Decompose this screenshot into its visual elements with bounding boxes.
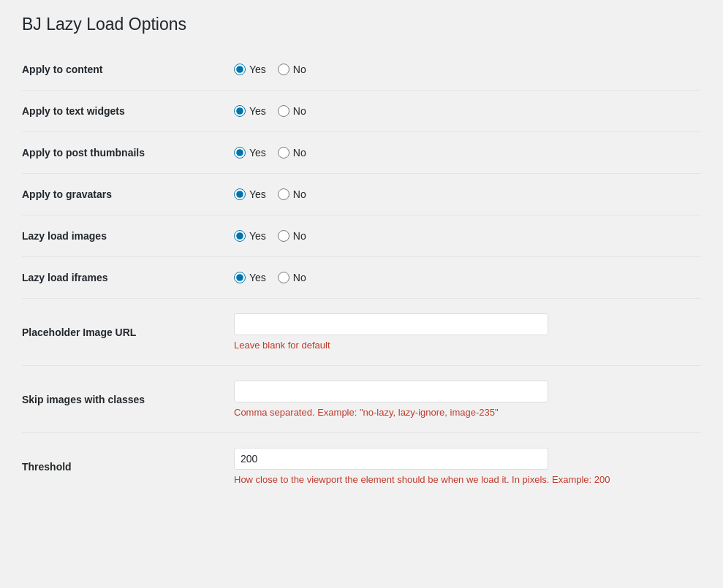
help-text-placeholder-image-url: Leave blank for default (234, 340, 694, 351)
radio-label-apply-to-gravatars-no[interactable]: No (278, 188, 306, 200)
option-row-threshold: ThresholdHow close to the viewport the e… (22, 433, 701, 500)
option-control-apply-to-gravatars: YesNo (227, 174, 701, 215)
option-control-lazy-load-images: YesNo (227, 215, 701, 257)
option-row-apply-to-post-thumbnails: Apply to post thumbnailsYesNo (22, 132, 701, 174)
help-text-skip-images-with-classes: Comma separated. Example: "no-lazy, lazy… (234, 407, 694, 418)
radio-option-text-no: No (293, 188, 306, 200)
radio-input-apply-to-post-thumbnails-no[interactable] (278, 147, 289, 159)
radio-option-text-yes: Yes (249, 188, 266, 200)
option-label-placeholder-image-url: Placeholder Image URL (22, 299, 227, 366)
radio-label-apply-to-content-yes[interactable]: Yes (234, 64, 266, 75)
radio-option-text-yes: Yes (249, 230, 266, 242)
option-row-placeholder-image-url: Placeholder Image URLLeave blank for def… (22, 299, 701, 366)
radio-input-apply-to-gravatars-no[interactable] (278, 188, 289, 200)
radio-option-text-no: No (293, 105, 306, 117)
option-label-lazy-load-iframes: Lazy load iframes (22, 257, 227, 299)
radio-label-lazy-load-iframes-yes[interactable]: Yes (234, 272, 266, 283)
option-row-apply-to-content: Apply to contentYesNo (22, 49, 701, 91)
text-input-threshold[interactable] (234, 448, 548, 470)
option-label-apply-to-gravatars: Apply to gravatars (22, 174, 227, 215)
radio-label-lazy-load-images-no[interactable]: No (278, 230, 306, 242)
radio-input-lazy-load-iframes-yes[interactable] (234, 272, 246, 283)
radio-group-apply-to-gravatars: YesNo (234, 188, 694, 200)
option-label-lazy-load-images: Lazy load images (22, 215, 227, 257)
options-table: Apply to contentYesNoApply to text widge… (22, 49, 701, 500)
radio-label-apply-to-gravatars-yes[interactable]: Yes (234, 188, 266, 200)
option-control-skip-images-with-classes: Comma separated. Example: "no-lazy, lazy… (227, 366, 701, 433)
radio-label-apply-to-post-thumbnails-yes[interactable]: Yes (234, 147, 266, 159)
radio-label-lazy-load-iframes-no[interactable]: No (278, 272, 306, 283)
radio-input-apply-to-text-widgets-yes[interactable] (234, 105, 246, 117)
option-label-threshold: Threshold (22, 433, 227, 500)
option-control-threshold: How close to the viewport the element sh… (227, 433, 701, 500)
text-input-placeholder-image-url[interactable] (234, 313, 548, 335)
help-text-threshold: How close to the viewport the element sh… (234, 474, 694, 485)
option-control-placeholder-image-url: Leave blank for default (227, 299, 701, 366)
text-input-skip-images-with-classes[interactable] (234, 381, 548, 402)
option-row-skip-images-with-classes: Skip images with classesComma separated.… (22, 366, 701, 433)
radio-label-apply-to-post-thumbnails-no[interactable]: No (278, 147, 306, 159)
radio-group-apply-to-content: YesNo (234, 64, 694, 75)
radio-group-lazy-load-iframes: YesNo (234, 272, 694, 283)
option-control-apply-to-post-thumbnails: YesNo (227, 132, 701, 174)
radio-option-text-yes: Yes (249, 272, 266, 283)
radio-label-apply-to-text-widgets-no[interactable]: No (278, 105, 306, 117)
text-wrapper-threshold: How close to the viewport the element sh… (234, 448, 694, 485)
radio-option-text-no: No (293, 147, 306, 159)
radio-option-text-no: No (293, 64, 306, 75)
option-control-apply-to-text-widgets: YesNo (227, 91, 701, 132)
radio-label-lazy-load-images-yes[interactable]: Yes (234, 230, 266, 242)
radio-label-apply-to-text-widgets-yes[interactable]: Yes (234, 105, 266, 117)
radio-input-apply-to-post-thumbnails-yes[interactable] (234, 147, 246, 159)
option-label-skip-images-with-classes: Skip images with classes (22, 366, 227, 433)
option-row-lazy-load-iframes: Lazy load iframesYesNo (22, 257, 701, 299)
radio-group-apply-to-text-widgets: YesNo (234, 105, 694, 117)
page-container: BJ Lazy Load Options Apply to contentYes… (0, 0, 723, 588)
radio-option-text-yes: Yes (249, 105, 266, 117)
option-row-apply-to-text-widgets: Apply to text widgetsYesNo (22, 91, 701, 132)
radio-input-lazy-load-images-yes[interactable] (234, 230, 246, 242)
radio-group-apply-to-post-thumbnails: YesNo (234, 147, 694, 159)
radio-option-text-yes: Yes (249, 147, 266, 159)
page-title: BJ Lazy Load Options (22, 15, 701, 34)
radio-group-lazy-load-images: YesNo (234, 230, 694, 242)
option-label-apply-to-post-thumbnails: Apply to post thumbnails (22, 132, 227, 174)
option-label-apply-to-content: Apply to content (22, 49, 227, 91)
option-label-apply-to-text-widgets: Apply to text widgets (22, 91, 227, 132)
radio-option-text-no: No (293, 230, 306, 242)
option-row-lazy-load-images: Lazy load imagesYesNo (22, 215, 701, 257)
radio-input-apply-to-content-yes[interactable] (234, 64, 246, 75)
radio-input-apply-to-text-widgets-no[interactable] (278, 105, 289, 117)
radio-option-text-yes: Yes (249, 64, 266, 75)
radio-input-apply-to-gravatars-yes[interactable] (234, 188, 246, 200)
option-control-apply-to-content: YesNo (227, 49, 701, 91)
text-wrapper-placeholder-image-url: Leave blank for default (234, 313, 694, 351)
radio-option-text-no: No (293, 272, 306, 283)
radio-label-apply-to-content-no[interactable]: No (278, 64, 306, 75)
radio-input-lazy-load-iframes-no[interactable] (278, 272, 289, 283)
radio-input-apply-to-content-no[interactable] (278, 64, 289, 75)
option-row-apply-to-gravatars: Apply to gravatarsYesNo (22, 174, 701, 215)
text-wrapper-skip-images-with-classes: Comma separated. Example: "no-lazy, lazy… (234, 381, 694, 418)
option-control-lazy-load-iframes: YesNo (227, 257, 701, 299)
radio-input-lazy-load-images-no[interactable] (278, 230, 289, 242)
